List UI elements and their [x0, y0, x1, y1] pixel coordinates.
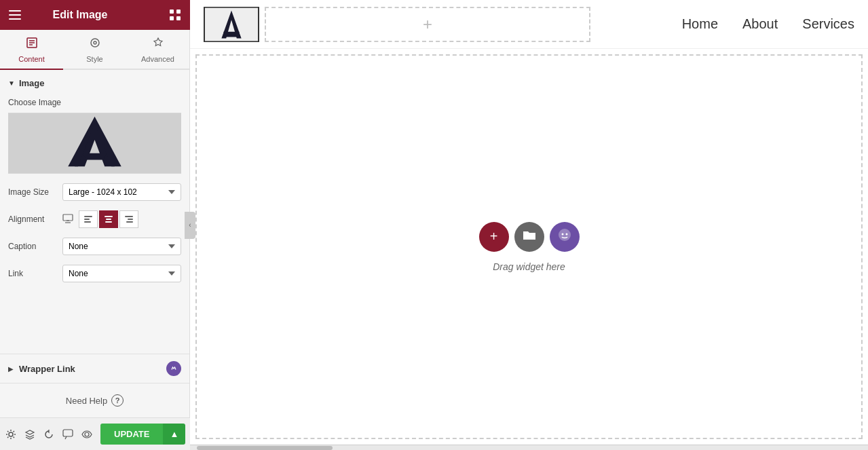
choose-image-label: Choose Image [8, 98, 181, 107]
svg-rect-25 [105, 221, 112, 223]
svg-point-11 [91, 39, 99, 47]
plus-icon: + [423, 15, 432, 34]
svg-point-38 [565, 233, 567, 236]
caption-select[interactable]: None [62, 238, 181, 255]
need-help-label: Need Help [66, 396, 107, 406]
comment-icon[interactable] [62, 427, 73, 442]
help-icon[interactable]: ? [111, 394, 124, 407]
advanced-icon [152, 37, 164, 52]
svg-rect-23 [105, 216, 113, 217]
nav-links: Home About Services [682, 16, 854, 32]
chevron-right-icon: ▶ [8, 365, 14, 373]
nav-link-services[interactable]: Services [802, 16, 854, 32]
monitor-icon [62, 214, 73, 225]
face-icon [558, 228, 571, 245]
chevron-down-icon: ▼ [8, 79, 15, 87]
svg-marker-35 [223, 31, 239, 37]
sidebar-content: ▼ Image Choose Image Image Size La [0, 70, 189, 354]
link-select[interactable]: None [62, 265, 181, 282]
view-icon[interactable] [81, 427, 92, 442]
caption-row: Caption None [8, 238, 181, 255]
add-widget-button[interactable]: + [479, 222, 509, 252]
tab-advanced-label: Advanced [141, 55, 174, 63]
svg-rect-24 [106, 219, 111, 220]
layers-icon[interactable] [24, 427, 35, 442]
svg-point-32 [85, 432, 89, 436]
image-size-row: Image Size Large - 1024 x 102 [8, 183, 181, 201]
caption-label: Caption [8, 242, 57, 251]
settings-icon[interactable] [5, 427, 16, 442]
tab-content-label: Content [18, 55, 45, 63]
svg-point-36 [559, 229, 571, 241]
drag-text: Drag widget here [493, 261, 565, 272]
svg-rect-3 [170, 10, 174, 14]
nav-placeholder[interactable]: + [265, 7, 590, 42]
alignment-row: Alignment [8, 210, 181, 228]
horizontal-scrollbar[interactable] [190, 445, 868, 450]
svg-marker-15 [83, 153, 107, 160]
align-right-button[interactable] [119, 210, 138, 228]
svg-rect-21 [84, 219, 90, 220]
content-icon [26, 37, 38, 52]
tab-advanced[interactable]: Advanced [126, 30, 189, 70]
nav-link-about[interactable]: About [742, 16, 778, 32]
link-label: Link [8, 269, 57, 278]
add-icon: + [490, 229, 498, 244]
tab-style-label: Style [86, 55, 102, 63]
history-icon[interactable] [43, 427, 54, 442]
alignment-group [79, 210, 138, 228]
svg-rect-27 [128, 219, 133, 220]
image-section-label: Image [19, 78, 45, 88]
collapse-handle[interactable]: ‹ [185, 212, 195, 239]
top-bar: Edit Image [0, 0, 190, 30]
style-icon [89, 37, 101, 52]
pro-badge [166, 361, 181, 376]
link-row: Link None [8, 265, 181, 282]
grid-icon[interactable] [160, 0, 190, 30]
image-size-select[interactable]: Large - 1024 x 102 [62, 183, 181, 201]
widget-buttons: + [479, 222, 580, 252]
svg-rect-28 [126, 221, 133, 223]
face-widget-button[interactable] [550, 222, 580, 252]
align-center-button[interactable] [99, 210, 118, 228]
svg-rect-5 [170, 16, 174, 20]
bottom-bar: UPDATE ▲ [0, 417, 190, 450]
svg-rect-31 [63, 430, 73, 436]
tab-style[interactable]: Style [63, 30, 126, 70]
nav-link-home[interactable]: Home [682, 16, 718, 32]
tab-content[interactable]: Content [0, 30, 63, 70]
nav-logo [204, 7, 259, 42]
svg-rect-6 [176, 16, 181, 20]
folder-widget-button[interactable] [514, 222, 544, 252]
tabs-bar: Content Style Advanced [0, 30, 189, 70]
svg-rect-20 [84, 216, 92, 217]
svg-rect-22 [84, 221, 91, 223]
need-help-area: Need Help ? [0, 383, 189, 417]
svg-rect-4 [176, 10, 181, 14]
update-dropdown-button[interactable]: ▲ [163, 424, 185, 445]
canvas-nav: + Home About Services [190, 0, 868, 49]
image-preview[interactable] [8, 113, 181, 174]
image-section-header[interactable]: ▼ Image [8, 78, 181, 88]
drag-area: + [195, 54, 863, 439]
svg-rect-26 [125, 216, 133, 217]
wrapper-link-label: Wrapper Link [19, 364, 166, 374]
update-button-group[interactable]: UPDATE ▲ [100, 424, 185, 445]
page-title: Edit Image [0, 9, 160, 21]
svg-point-12 [94, 41, 96, 44]
svg-point-30 [9, 432, 13, 436]
scrollbar-thumb [197, 446, 333, 450]
svg-rect-17 [63, 214, 73, 221]
folder-icon [523, 229, 536, 244]
image-size-label: Image Size [8, 187, 57, 197]
update-button[interactable]: UPDATE [100, 424, 163, 445]
align-left-button[interactable] [79, 210, 98, 228]
alignment-label: Alignment [8, 214, 57, 224]
svg-point-37 [561, 233, 563, 236]
wrapper-link-row[interactable]: ▶ Wrapper Link [0, 354, 189, 383]
